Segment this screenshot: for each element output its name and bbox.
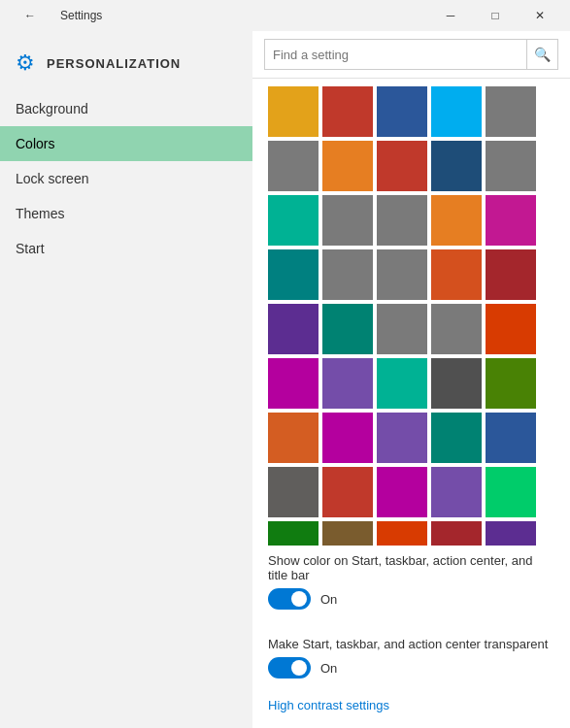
color-swatch[interactable] — [377, 467, 427, 517]
toggle-section-2: Make Start, taskbar, and action center t… — [252, 629, 570, 698]
color-swatch[interactable] — [377, 413, 427, 463]
color-swatch[interactable] — [377, 304, 427, 354]
color-swatch[interactable] — [268, 413, 319, 463]
color-swatch[interactable] — [377, 521, 427, 546]
color-swatch[interactable] — [431, 141, 482, 191]
toggle1-state: On — [320, 592, 337, 607]
color-swatch[interactable] — [431, 467, 482, 517]
toggle2-switch[interactable] — [268, 657, 311, 678]
toggle2-state: On — [320, 661, 337, 676]
color-swatch[interactable] — [486, 467, 536, 517]
color-swatch[interactable] — [268, 141, 319, 191]
search-button[interactable]: 🔍 — [527, 39, 558, 70]
sidebar-title: PERSONALIZATION — [47, 56, 181, 71]
sidebar-item-colors[interactable]: Colors — [0, 126, 252, 161]
toggle1-label: Show color on Start, taskbar, action cen… — [268, 553, 554, 582]
content-area: 🔍 Show color on Start, taskbar, action c… — [252, 31, 570, 728]
color-swatch[interactable] — [268, 249, 319, 300]
color-grid-container[interactable] — [252, 79, 570, 546]
color-swatch[interactable] — [377, 86, 427, 137]
color-swatch[interactable] — [322, 86, 373, 137]
color-swatch[interactable] — [322, 467, 373, 517]
app-container: ⚙ PERSONALIZATION Background Colors Lock… — [0, 31, 570, 728]
toggle1-row: On — [268, 588, 554, 610]
toggle2-row: On — [268, 657, 554, 678]
color-swatch[interactable] — [268, 358, 319, 409]
color-swatch[interactable] — [377, 358, 427, 409]
sidebar-header: ⚙ PERSONALIZATION — [0, 31, 252, 91]
color-swatch[interactable] — [486, 141, 536, 191]
color-swatch[interactable] — [377, 249, 427, 300]
sidebar-item-themes[interactable]: Themes — [0, 196, 252, 231]
sidebar-item-lock-screen[interactable]: Lock screen — [0, 161, 252, 196]
color-swatch[interactable] — [268, 521, 319, 546]
color-swatch[interactable] — [322, 195, 373, 246]
window-controls: ─ □ ✕ — [428, 0, 562, 31]
sidebar-item-background[interactable]: Background — [0, 91, 252, 126]
back-icon: ← — [24, 9, 36, 22]
color-swatch[interactable] — [486, 304, 536, 354]
search-bar: 🔍 — [252, 31, 570, 79]
sidebar: ⚙ PERSONALIZATION Background Colors Lock… — [0, 31, 252, 728]
color-swatch[interactable] — [486, 249, 536, 300]
maximize-button[interactable]: □ — [473, 0, 518, 31]
color-swatch[interactable] — [268, 195, 319, 246]
color-swatch[interactable] — [431, 413, 482, 463]
color-swatch[interactable] — [377, 195, 427, 246]
color-swatch[interactable] — [431, 358, 482, 409]
color-swatch[interactable] — [431, 195, 482, 246]
sidebar-item-start[interactable]: Start — [0, 231, 252, 266]
color-swatch[interactable] — [268, 467, 319, 517]
gear-icon: ⚙ — [16, 50, 35, 76]
color-swatch[interactable] — [431, 249, 482, 300]
color-swatch[interactable] — [486, 86, 536, 137]
color-swatch[interactable] — [486, 358, 536, 409]
titlebar-left: ← Settings — [8, 0, 102, 31]
search-input[interactable] — [264, 39, 527, 70]
color-swatch[interactable] — [322, 249, 373, 300]
close-button[interactable]: ✕ — [518, 0, 562, 31]
color-swatch[interactable] — [486, 413, 536, 463]
window-title: Settings — [60, 9, 102, 22]
high-contrast-link[interactable]: High contrast settings — [252, 698, 570, 728]
color-swatch[interactable] — [322, 141, 373, 191]
minimize-button[interactable]: ─ — [428, 0, 473, 31]
color-grid — [268, 86, 554, 546]
color-swatch[interactable] — [431, 521, 482, 546]
color-swatch[interactable] — [322, 413, 373, 463]
title-bar: ← Settings ─ □ ✕ — [0, 0, 570, 31]
color-swatch[interactable] — [431, 304, 482, 354]
color-swatch[interactable] — [268, 304, 319, 354]
color-swatch[interactable] — [486, 521, 536, 546]
color-swatch[interactable] — [268, 86, 319, 137]
toggle2-label: Make Start, taskbar, and action center t… — [268, 637, 554, 651]
color-swatch[interactable] — [322, 304, 373, 354]
toggle1-switch[interactable] — [268, 588, 311, 610]
back-button[interactable]: ← — [8, 0, 52, 31]
color-swatch[interactable] — [322, 521, 373, 546]
color-swatch[interactable] — [431, 86, 482, 137]
toggle-section-1: Show color on Start, taskbar, action cen… — [252, 546, 570, 629]
color-swatch[interactable] — [486, 195, 536, 246]
color-swatch[interactable] — [377, 141, 427, 191]
color-swatch[interactable] — [322, 358, 373, 409]
